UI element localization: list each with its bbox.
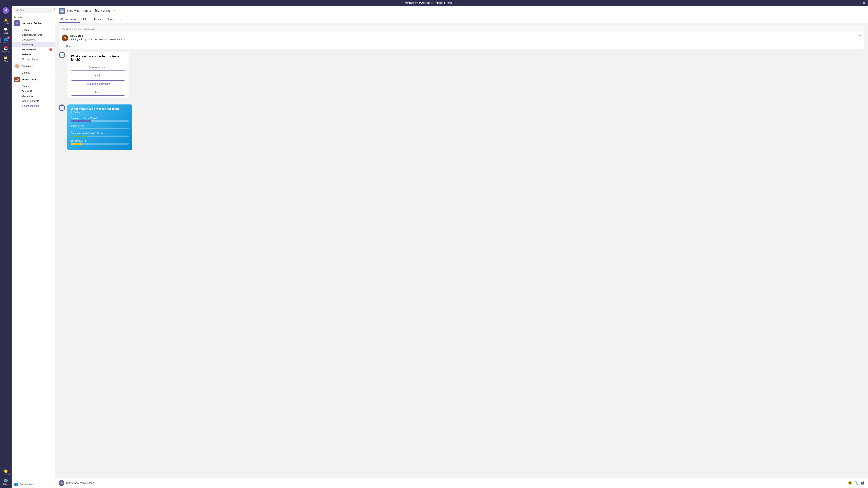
fourth-coffee-name: Fourth Coffee [22,78,48,81]
new-conversation-input[interactable] [66,481,846,485]
create-team-label: Create a team [20,483,34,486]
tab-planner[interactable]: Planner [104,16,118,23]
main-content: 🔄 Northwind Traders › Marketing ★ ··· Co… [55,6,868,488]
poll-question: What should we order for our team lunch? [71,55,125,61]
sidebar-item-chat[interactable]: 💬 Chat [0,26,11,35]
chat-icon: 💬 [4,28,8,31]
team-designers[interactable]: 🎨 Designers ··· [11,62,55,70]
poll-result-item-0: Pizza and salads: 35% (7) [71,117,129,122]
channel-general-designers[interactable]: General [11,70,55,75]
title-bar: ‹ › Marketing (Northwind Traders) | Micr… [0,0,868,6]
channel-marketing-fourth[interactable]: Marketing [11,94,55,98]
poll-result-item-2: Soup and sandwiches: 30% (6) [71,132,129,137]
sidebar-item-activity[interactable]: 🔔 Activity [0,17,11,26]
poll-result-item-1: Sushi: 15% (3) [71,124,129,129]
channel-header: 🔄 Northwind Traders › Marketing ★ ··· [55,6,868,16]
input-avatar: ✏️ [59,480,64,486]
attach-button[interactable]: 📎 [854,481,858,485]
tab-files[interactable]: Files [81,16,91,23]
poll-result-bar-bg-0 [71,120,129,122]
poll-result-bar-0 [71,120,91,122]
search-area: 🔍 ✏️ [11,6,55,14]
channel-development[interactable]: Development [11,37,55,42]
files-label: Files [4,60,8,62]
settings-icon: ⚙️ [4,479,8,483]
search-box[interactable]: 🔍 [14,8,52,13]
northwind-name: Northwind Traders [22,22,48,25]
activity-icon: 🔔 [4,18,8,22]
sidebar-item-settings[interactable]: ⚙️ Settings [2,477,10,487]
meet-now-button[interactable]: 📹 [860,481,864,485]
poll-result-bar-1 [71,128,80,129]
poll-result-label-0: Pizza and salads: 35% (7) [71,117,129,120]
favorite-star[interactable]: ★ [113,9,116,12]
channel-social-media[interactable]: Social Media 2 [11,47,55,52]
northwind-more-channels[interactable]: 32 more channels [11,57,55,62]
breadcrumb-channel: Marketing [95,9,110,13]
team-fourth-coffee[interactable]: ☕ Fourth Coffee ··· [11,75,55,84]
poll-result-bar-3 [71,143,83,144]
sidebar-item-teams[interactable]: 2 👥 Teams [0,35,11,45]
sidebar-content: Favorites N Northwind Traders ··· Genera… [11,14,55,480]
reply-icon: ↩ [62,45,63,47]
conversation-area: Annette, Esther, and Rodger replied M Mi… [55,23,868,478]
poll-vote-container: 📊 What should we order for our team lunc… [59,52,864,102]
search-input[interactable] [20,9,50,11]
message-item: M Mike Jasso Starting a Polly poll to de… [59,32,864,43]
input-actions: 🙂 📎 📹 [848,481,864,485]
breadcrumb-separator: › [92,9,93,13]
compose-button[interactable]: ✏️ [53,8,55,12]
close-button[interactable]: ✕ [862,1,866,5]
meetings-label: Meetings [2,51,9,53]
designers-more-button[interactable]: ··· [50,64,52,68]
create-team-button[interactable]: 👥 Create a team [11,480,55,488]
team-northwind[interactable]: N Northwind Traders ··· [11,19,55,28]
northwind-icon: N [14,20,20,26]
input-area: ✏️ 🙂 📎 📹 [55,478,868,488]
channel-logo: 🔄 [59,8,65,14]
sidebar-item-files[interactable]: 📁 Files [0,54,11,64]
northwind-more-button[interactable]: ··· [50,22,52,25]
feedback-label: Feedback [2,474,10,476]
channel-website[interactable]: Website [11,52,55,57]
channel-more-button[interactable]: ··· [119,9,121,13]
emoji-button[interactable]: 🙂 [848,481,852,485]
channel-weekly-specials[interactable]: Weekly Specials [11,98,55,103]
poll-option-0[interactable]: Pizza and salads [71,64,125,71]
channel-marketing-nt[interactable]: Marketing [11,42,55,47]
poll-option-2[interactable]: Soup and sandwiches [71,80,125,87]
poll-option-1[interactable]: Sushi [71,72,125,79]
message-author: Mike Jasso [70,35,83,37]
channel-fun-stuff[interactable]: Fun stuff [11,89,55,94]
message-thread: Annette, Esther, and Rodger replied M Mi… [59,26,864,49]
poll-results-container: 📊 What should we order for our team lunc… [59,104,864,153]
add-tab-button[interactable]: + [119,16,122,23]
reply-link[interactable]: ↩ Reply [59,43,864,48]
fourth-more-channels[interactable]: 4 more channels [11,103,55,108]
settings-label: Settings [3,483,9,485]
poll-results-title: What should we order for our team lunch? [71,107,129,114]
poll-option-3[interactable]: Tacos [71,89,125,96]
sidebar-item-meetings[interactable]: 📅 Meetings [0,45,11,54]
create-team-icon: 👥 [14,482,18,486]
maximize-button[interactable]: □ [857,1,861,5]
message-text: Starting a Polly poll to decide what to … [70,38,125,41]
activity-label: Activity [3,23,9,25]
fourth-coffee-more-button[interactable]: ··· [50,78,52,81]
user-avatar[interactable]: M [3,7,9,14]
tab-notes[interactable]: Notes [92,16,103,23]
social-media-badge: 2 [49,48,52,51]
breadcrumb: Northwind Traders › Marketing [67,9,110,13]
channel-general-nt[interactable]: General [11,28,55,32]
poll-result-label-3: Tacos: 20% (4) [71,139,129,142]
back-button[interactable]: ‹ [2,1,3,4]
poll-result-bar-2 [71,135,88,137]
designers-name: Designers [22,65,48,67]
tab-conversation[interactable]: Conversation [59,16,80,23]
meetings-icon: 📅 [4,46,8,50]
channel-customer-accounts[interactable]: Customer Accounts [11,32,55,37]
sidebar-item-feedback[interactable]: 😊 Feedback [2,468,10,477]
input-avatar-icon: ✏️ [60,482,63,484]
channel-general-fourth[interactable]: General [11,84,55,89]
minimize-button[interactable]: – [852,1,856,5]
